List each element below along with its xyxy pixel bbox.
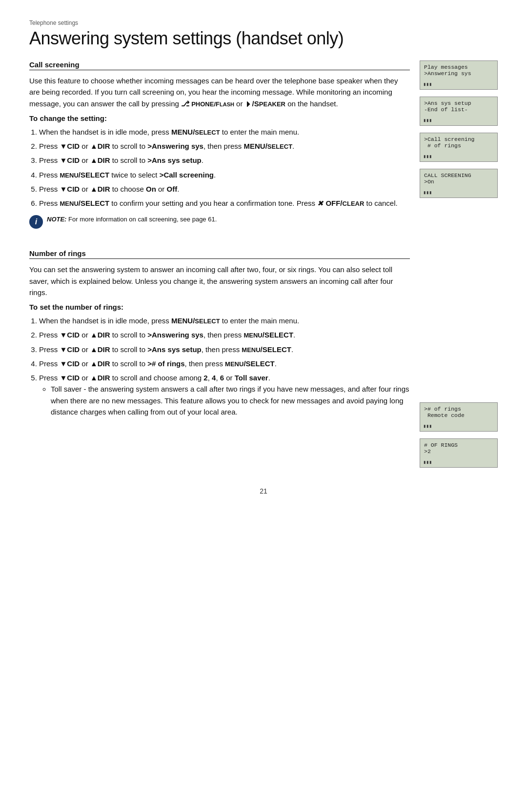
rings-step-2: Press ▼CID or ▲DIR to scroll to >Answeri… xyxy=(39,329,410,340)
rings-step-5: Press ▼CID or ▲DIR to scroll and choose … xyxy=(39,372,410,417)
toll-saver-item: Toll saver - the answering system answer… xyxy=(51,383,410,417)
page-number: 21 xyxy=(29,487,498,495)
step-4: Press MENU/SELECT twice to select >Call … xyxy=(39,169,410,180)
call-screening-section: Call screening Use this feature to choos… xyxy=(29,60,498,235)
lcd-screen-2: >Ans sys setup -End of list- ▮▮▮ xyxy=(420,97,498,126)
change-setting-header: To change the setting: xyxy=(29,114,410,122)
lcd-screen-3: >Call screening # of rings ▮▮▮ xyxy=(420,133,498,162)
step-6: Press MENU/SELECT to confirm your settin… xyxy=(39,198,410,209)
info-icon: i xyxy=(29,215,43,229)
lcd-screen-5: ># of rings Remote code ▮▮▮ xyxy=(420,402,498,432)
call-screening-intro: Use this feature to choose whether incom… xyxy=(29,75,410,109)
step-5: Press ▼CID or ▲DIR to choose On or Off. xyxy=(39,183,410,195)
step-1: When the handset is in idle mode, press … xyxy=(39,126,410,138)
page-title: Answering system settings (handset only) xyxy=(29,28,498,49)
rings-step-4: Press ▼CID or ▲DIR to scroll to ># of ri… xyxy=(39,358,410,369)
toll-saver-list: Toll saver - the answering system answer… xyxy=(51,383,410,417)
note-box: i NOTE: For more information on call scr… xyxy=(29,215,410,229)
lcd-screen-6: # OF RINGS >2 ▮▮▮ xyxy=(420,438,498,468)
number-of-rings-header: Number of rings xyxy=(29,249,410,259)
call-screening-steps: When the handset is in idle mode, press … xyxy=(39,126,410,209)
set-number-header: To set the number of rings: xyxy=(29,303,410,311)
step-3: Press ▼CID or ▲DIR to scroll to >Ans sys… xyxy=(39,155,410,166)
number-of-rings-section: Number of rings You can set the answerin… xyxy=(29,249,498,468)
number-of-rings-intro: You can set the answering system to answ… xyxy=(29,264,410,298)
rings-step-3: Press ▼CID or ▲DIR to scroll to >Ans sys… xyxy=(39,344,410,355)
step-2: Press ▼CID or ▲DIR to scroll to >Answeri… xyxy=(39,140,410,152)
breadcrumb: Telephone settings xyxy=(29,20,498,26)
menu-select-label: MENU/SELECT xyxy=(171,128,220,136)
rings-step-1: When the handset is in idle mode, press … xyxy=(39,315,410,326)
number-of-rings-steps: When the handset is in idle mode, press … xyxy=(39,315,410,417)
call-screening-header: Call screening xyxy=(29,60,410,70)
section1-screens: Play messages >Answering sys ▮▮▮ >Ans sy… xyxy=(420,60,498,235)
lcd-screen-1: Play messages >Answering sys ▮▮▮ xyxy=(420,60,498,90)
section2-screens: ># of rings Remote code ▮▮▮ # OF RINGS >… xyxy=(420,249,498,468)
lcd-screen-4: CALL SCREENING >On ▮▮▮ xyxy=(420,169,498,198)
note-text: NOTE: For more information on call scree… xyxy=(47,215,217,224)
